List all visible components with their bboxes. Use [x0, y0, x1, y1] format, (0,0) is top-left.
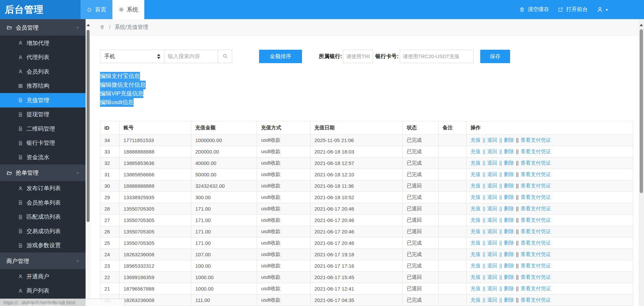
- tab-system[interactable]: 系统: [112, 0, 144, 19]
- view-voucher-link[interactable]: 查看支付凭证: [521, 206, 551, 211]
- scroll-up-arrow-icon[interactable]: [87, 24, 90, 26]
- recharge-link[interactable]: 充值: [470, 160, 481, 166]
- view-voucher-link[interactable]: 查看支付凭证: [521, 194, 551, 200]
- sidebar-item-referral-structure[interactable]: 推荐结构: [0, 79, 86, 93]
- delete-link[interactable]: 删除: [504, 297, 514, 303]
- sidebar-item-member-grab-list[interactable]: 会员抢单列表: [0, 195, 86, 210]
- return-link[interactable]: 退回: [487, 297, 497, 303]
- view-voucher-link[interactable]: 查看支付凭证: [521, 286, 551, 291]
- delete-link[interactable]: 删除: [504, 228, 514, 234]
- delete-link[interactable]: 删除: [504, 160, 514, 166]
- sidebar-item-member-list[interactable]: 会员列表: [0, 64, 86, 79]
- return-link[interactable]: 退回: [487, 194, 497, 200]
- return-link[interactable]: 退回: [487, 240, 497, 246]
- delete-link[interactable]: 删除: [504, 286, 514, 291]
- user-menu[interactable]: ▾: [596, 6, 608, 13]
- edit-usdt-link[interactable]: 编辑usdt信息: [100, 98, 134, 107]
- sidebar-item-add-agent[interactable]: 增加代理: [0, 36, 86, 50]
- card-number-input[interactable]: [400, 50, 474, 63]
- sidebar-item-fund-flow[interactable]: 资金流水: [0, 150, 86, 165]
- clear-cache-button[interactable]: 清空缓存: [519, 6, 549, 13]
- tab-home[interactable]: 首页: [81, 0, 112, 19]
- edit-vip-link[interactable]: 编辑VIP充值信息: [100, 89, 143, 98]
- delete-link[interactable]: 删除: [504, 251, 514, 257]
- view-voucher-link[interactable]: 查看支付凭证: [521, 183, 551, 188]
- sidebar-item-recharge-management[interactable]: 充值管理: [0, 93, 86, 107]
- return-link[interactable]: 退回: [487, 251, 497, 257]
- view-voucher-link[interactable]: 查看支付凭证: [521, 171, 551, 177]
- sidebar-item-withdraw-management[interactable]: 提现管理: [0, 107, 86, 122]
- page-scrollbar-thumb[interactable]: [640, 29, 643, 193]
- recharge-link[interactable]: 充值: [470, 240, 481, 246]
- view-voucher-link[interactable]: 查看支付凭证: [521, 297, 551, 303]
- delete-link[interactable]: 删除: [504, 274, 514, 280]
- search-input[interactable]: [164, 50, 218, 63]
- search-field-select[interactable]: 手机: [100, 50, 164, 63]
- return-link[interactable]: 退回: [487, 183, 497, 188]
- sidebar-group-member-management[interactable]: 会员管理: [0, 19, 86, 36]
- sidebar-item-match-success-list[interactable]: 匹配成功列表: [0, 210, 86, 224]
- recharge-link[interactable]: 充值: [470, 183, 481, 188]
- scroll-up-arrow-icon[interactable]: [640, 24, 643, 26]
- return-link[interactable]: 退回: [487, 206, 497, 211]
- delete-link[interactable]: 删除: [504, 206, 514, 211]
- sidebar-item-game-param-settings[interactable]: 游戏参数设置: [0, 238, 86, 253]
- recharge-link[interactable]: 充值: [470, 171, 481, 177]
- view-voucher-link[interactable]: 查看支付凭证: [521, 274, 551, 280]
- view-voucher-link[interactable]: 查看支付凭证: [521, 137, 551, 143]
- sidebar-item-bankcard-management[interactable]: 银行卡管理: [0, 136, 86, 150]
- recharge-link[interactable]: 充值: [470, 137, 481, 143]
- sidebar-item-qrcode-management[interactable]: 二维码管理: [0, 122, 86, 136]
- delete-link[interactable]: 删除: [504, 171, 514, 177]
- return-link[interactable]: 退回: [487, 274, 497, 280]
- return-link[interactable]: 退回: [487, 171, 497, 177]
- bank-input[interactable]: [343, 50, 373, 63]
- sidebar-scrollbar-thumb[interactable]: [87, 30, 90, 222]
- sidebar-item-publish-order-list[interactable]: 发布订单列表: [0, 181, 86, 196]
- view-voucher-link[interactable]: 查看支付凭证: [521, 217, 551, 223]
- recharge-link[interactable]: 充值: [470, 263, 481, 268]
- sidebar-item-agent-list[interactable]: 代理列表: [0, 50, 86, 65]
- view-voucher-link[interactable]: 查看支付凭证: [521, 148, 551, 154]
- search-button[interactable]: [218, 50, 232, 63]
- return-link[interactable]: 退回: [487, 148, 497, 154]
- delete-link[interactable]: 删除: [504, 137, 514, 143]
- save-button[interactable]: 保存: [480, 50, 510, 63]
- return-link[interactable]: 退回: [487, 286, 497, 291]
- recharge-link[interactable]: 充值: [470, 251, 481, 257]
- sidebar-group-grab-order-management[interactable]: 抢单管理: [0, 165, 86, 181]
- recharge-link[interactable]: 充值: [470, 274, 481, 280]
- delete-link[interactable]: 删除: [504, 194, 514, 200]
- return-link[interactable]: 退回: [487, 137, 497, 143]
- page-scrollbar[interactable]: [639, 19, 644, 306]
- recharge-link[interactable]: 充值: [470, 297, 481, 303]
- recharge-link[interactable]: 充值: [470, 217, 481, 223]
- recharge-link[interactable]: 充值: [470, 206, 481, 211]
- recharge-link[interactable]: 充值: [470, 228, 481, 234]
- sidebar-scrollbar[interactable]: [86, 19, 91, 306]
- sidebar-item-open-merchant[interactable]: 开通商户: [0, 269, 86, 284]
- return-link[interactable]: 退回: [487, 263, 497, 268]
- delete-link[interactable]: 删除: [504, 217, 514, 223]
- edit-alipay-link[interactable]: 编辑支付宝信息: [100, 72, 140, 81]
- view-voucher-link[interactable]: 查看支付凭证: [521, 160, 551, 166]
- delete-link[interactable]: 删除: [504, 148, 514, 154]
- return-link[interactable]: 退回: [487, 217, 497, 223]
- view-voucher-link[interactable]: 查看支付凭证: [521, 263, 551, 268]
- recharge-link[interactable]: 充值: [470, 194, 481, 200]
- delete-link[interactable]: 删除: [504, 183, 514, 188]
- open-frontend-button[interactable]: 打开前台: [558, 6, 588, 13]
- delete-link[interactable]: 删除: [504, 263, 514, 268]
- return-link[interactable]: 退回: [487, 228, 497, 234]
- sidebar-item-trade-success-list[interactable]: 交易成功列表: [0, 224, 86, 238]
- sidebar-group-merchant-management[interactable]: 商户管理: [0, 253, 86, 269]
- delete-link[interactable]: 删除: [504, 240, 514, 246]
- sidebar-item-merchant-list[interactable]: 商户列表: [0, 284, 86, 298]
- view-voucher-link[interactable]: 查看支付凭证: [521, 240, 551, 246]
- return-link[interactable]: 退回: [487, 160, 497, 166]
- recharge-link[interactable]: 充值: [470, 148, 481, 154]
- recharge-link[interactable]: 充值: [470, 286, 481, 291]
- amount-sort-button[interactable]: 金额排序: [259, 50, 302, 63]
- edit-wechat-link[interactable]: 编辑微信支付信息: [100, 81, 146, 89]
- view-voucher-link[interactable]: 查看支付凭证: [521, 228, 551, 234]
